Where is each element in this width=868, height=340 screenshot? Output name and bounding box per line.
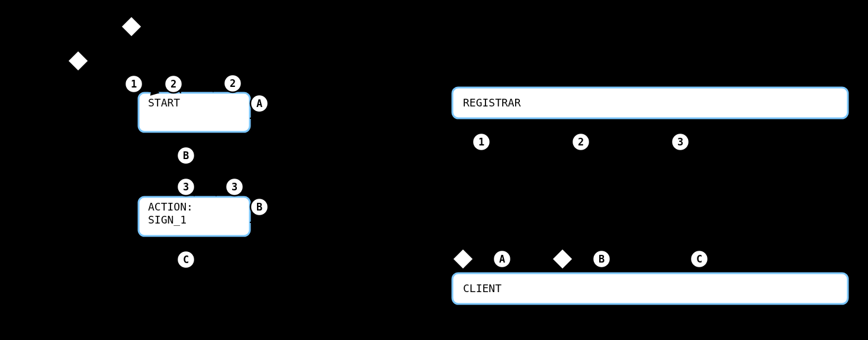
diamond-source-2 bbox=[121, 16, 142, 37]
svg-text:A: A bbox=[499, 253, 505, 265]
svg-text:3: 3 bbox=[183, 181, 189, 193]
svg-text:A: A bbox=[256, 98, 262, 109]
node-action-label-line1: ACTION: bbox=[148, 200, 193, 213]
node-client-label: CLIENT bbox=[463, 282, 501, 294]
diamond-seq-after-3 bbox=[729, 248, 751, 270]
svg-text:3: 3 bbox=[677, 136, 683, 148]
svg-text:C: C bbox=[696, 253, 702, 265]
node-start-label: START bbox=[148, 96, 180, 109]
svg-text:B: B bbox=[183, 150, 189, 161]
svg-text:2: 2 bbox=[578, 136, 584, 148]
diagram-canvas: START ACTION: SIGN_1 1 2 2 A B bbox=[0, 0, 868, 340]
node-action-label-line2: SIGN_1 bbox=[148, 213, 187, 226]
svg-text:1: 1 bbox=[131, 78, 137, 90]
diamond-seq-before-2 bbox=[552, 248, 573, 270]
svg-text:C: C bbox=[183, 254, 189, 265]
node-registrar-label: REGISTRAR bbox=[463, 96, 521, 109]
right-sequence-diagram: REGISTRAR CLIENT 1 A 2 B 3 C bbox=[452, 88, 848, 304]
diamond-seq-before-1 bbox=[452, 248, 474, 270]
svg-text:B: B bbox=[256, 201, 262, 213]
svg-text:B: B bbox=[599, 253, 605, 265]
svg-text:1: 1 bbox=[478, 136, 484, 148]
svg-text:3: 3 bbox=[232, 181, 237, 193]
diamond-source-1 bbox=[67, 50, 89, 72]
svg-text:2: 2 bbox=[230, 77, 236, 89]
diamond-end bbox=[184, 304, 205, 325]
svg-text:2: 2 bbox=[171, 78, 176, 90]
left-state-diagram: START ACTION: SIGN_1 1 2 2 A B bbox=[67, 16, 284, 325]
node-client bbox=[452, 273, 848, 304]
edge-1-to-start bbox=[88, 68, 159, 93]
